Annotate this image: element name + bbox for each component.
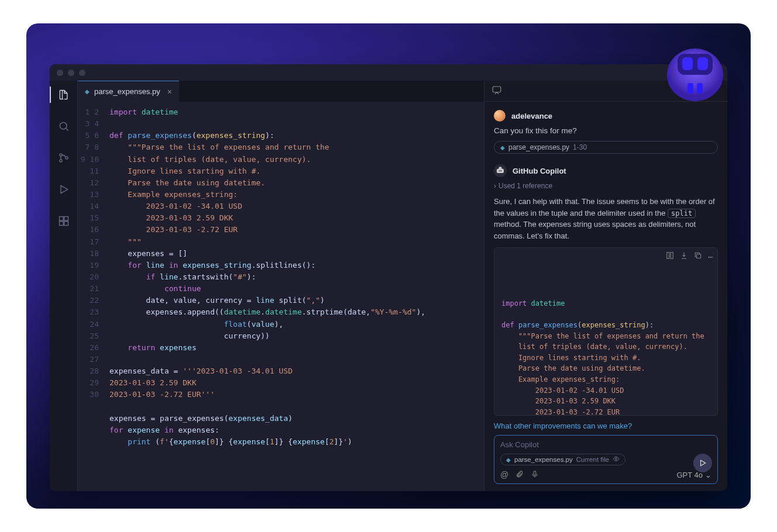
tab-parse-expenses[interactable]: ◆ parse_expenses.py ×	[78, 81, 179, 102]
send-button[interactable]	[693, 454, 712, 472]
editor-tabbar: ◆ parse_expenses.py ×	[78, 81, 484, 102]
traffic-light-zoom[interactable]	[79, 70, 85, 76]
chevron-right-icon: ›	[494, 182, 496, 190]
svg-rect-13	[64, 222, 68, 226]
svg-rect-10	[59, 217, 63, 221]
chevron-down-icon: ⌄	[705, 471, 711, 479]
chat-user-reference[interactable]: ◆ parse_expenses.py 1-30	[494, 141, 718, 154]
chat-username: adelevance	[511, 112, 552, 120]
extensions-icon[interactable]	[50, 210, 78, 232]
source-control-icon[interactable]	[50, 147, 78, 168]
mic-icon[interactable]	[531, 470, 539, 480]
svg-point-6	[60, 122, 67, 129]
copilot-avatar-icon	[494, 164, 507, 177]
svg-rect-3	[697, 57, 708, 70]
model-selector[interactable]: GPT 4o ⌄	[676, 471, 711, 479]
chat-input-placeholder: Ask Copilot	[500, 440, 711, 449]
chat-input[interactable]: Ask Copilot ◆ parse_expenses.py Current …	[494, 435, 718, 484]
svg-rect-14	[493, 87, 501, 92]
window-titlebar	[50, 64, 727, 81]
python-file-icon: ◆	[506, 457, 511, 463]
mention-icon[interactable]: @	[500, 470, 508, 480]
used-reference-toggle[interactable]: › Used 1 reference	[494, 182, 718, 190]
svg-point-9	[65, 157, 67, 159]
search-icon[interactable]	[50, 116, 78, 137]
inline-code: split	[668, 209, 696, 218]
svg-rect-12	[59, 222, 63, 226]
eye-icon	[613, 455, 620, 464]
svg-rect-5	[697, 83, 703, 94]
chat-assistant-message: Sure, I can help with that. The issue se…	[494, 196, 718, 241]
chat-follow-up-suggestion[interactable]: What other improvements can we make?	[494, 422, 718, 430]
svg-point-7	[59, 154, 61, 156]
chat-assistant-name: GitHub Copilot	[513, 167, 566, 175]
attach-icon[interactable]	[515, 470, 524, 480]
traffic-light-close[interactable]	[57, 70, 63, 76]
activity-bar	[50, 81, 78, 491]
svg-rect-2	[682, 57, 693, 70]
apply-icon[interactable]	[666, 251, 674, 263]
svg-point-18	[615, 458, 617, 460]
svg-rect-17	[697, 254, 701, 258]
close-tab-icon[interactable]: ×	[167, 87, 172, 96]
svg-rect-19	[534, 471, 536, 475]
svg-rect-16	[671, 253, 673, 259]
chat-context-pill[interactable]: ◆ parse_expenses.py Current file	[500, 454, 625, 465]
more-icon[interactable]: ⋯	[708, 251, 713, 263]
copy-icon[interactable]	[694, 251, 702, 263]
svg-rect-11	[64, 217, 68, 221]
chat-code-block: ⋯ import datetime def parse_expenses(exp…	[494, 247, 718, 416]
tab-label: parse_expenses.py	[94, 87, 160, 96]
chat-user-message: Can you fix this for me?	[494, 126, 718, 135]
chat-icon[interactable]	[491, 85, 502, 98]
chat-body: adelevance Can you fix this for me? ◆ pa…	[484, 102, 727, 491]
code-editor[interactable]: 1 2 3 4 5 6 7 8 9 10 11 12 13 14 15 16 1…	[78, 102, 484, 491]
python-file-icon: ◆	[85, 88, 90, 95]
svg-rect-4	[687, 83, 693, 94]
python-file-icon: ◆	[500, 144, 505, 151]
run-debug-icon[interactable]	[50, 179, 78, 200]
explorer-icon[interactable]	[50, 84, 78, 105]
insert-icon[interactable]	[680, 251, 688, 263]
editor-window: ◆ parse_expenses.py × 1 2 3 4 5 6 7 8 9 …	[50, 64, 727, 491]
svg-rect-15	[667, 253, 669, 259]
svg-point-8	[59, 160, 61, 162]
traffic-light-minimize[interactable]	[68, 70, 74, 76]
user-avatar	[494, 110, 506, 122]
copilot-mascot-icon	[663, 41, 727, 105]
